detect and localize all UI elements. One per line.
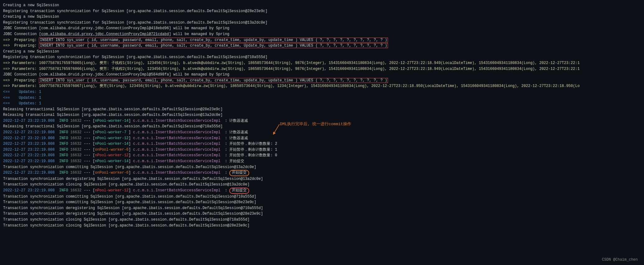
annotation-text: DML执行完毕后, 统一进行commit操作	[280, 121, 351, 127]
log-line: Releasing transactional SqlSession [org.…	[3, 107, 641, 112]
log-line: Transaction synchronization committing S…	[3, 194, 641, 200]
log-line: JDBC Connection [com.alibaba.druid.proxy…	[3, 72, 641, 78]
log-line: 2022-12-27 23:22:19.008 INFO 16632 --- […	[3, 188, 641, 194]
log-line: <== Updates: 1	[3, 89, 641, 95]
log-line: ==> Preparing: INSERT INTO sys_user ( id…	[3, 37, 641, 43]
log-line: Creating a new SqlSession	[3, 49, 641, 55]
log-line: 2022-12-27 23:22:19.008 INFO 16632 --- […	[3, 141, 641, 147]
log-line: Registering transaction synchronization …	[3, 8, 641, 14]
log-line: Transaction synchronization closing SqlS…	[3, 182, 641, 188]
log-line: ==> Parameters: 1607758781765976066(Long…	[3, 66, 641, 72]
log-line: ==> Preparing: INSERT INTO sys_user ( id…	[3, 43, 641, 49]
log-line: 2022-12-27 23:22:19.008 INFO 16632 --- […	[3, 135, 641, 141]
log-line: Transaction synchronization committing S…	[3, 164, 641, 170]
log-line: Transaction synchronization deregisterin…	[3, 205, 641, 211]
log-line: Registering transaction synchronization …	[3, 54, 641, 60]
log-line: <== Updates: 1	[3, 101, 641, 107]
svg-line-0	[274, 124, 279, 134]
log-line: Transaction synchronization deregisterin…	[3, 176, 641, 182]
log-line: Releasing transactional SqlSession [org.…	[3, 112, 641, 118]
log-line: Registering transaction synchronization …	[3, 20, 641, 26]
log-line: JDBC Connection [com.alibaba.druid.proxy…	[3, 31, 641, 37]
log-line: 2022-12-27 23:22:19.008 INFO 16632 --- […	[3, 153, 641, 158]
log-line: Creating a new SqlSession	[3, 14, 641, 20]
watermark: CSDN @Chaim_chen	[602, 258, 638, 262]
log-line: Transaction synchronization closing SqlS…	[3, 223, 641, 229]
log-line: ==> Preparing: INSERT INTO sys_user ( id…	[3, 78, 641, 84]
log-line: 2022-12-27 23:22:19.008 INFO 16632 --- […	[3, 147, 641, 153]
log-line: Transaction synchronization committing S…	[3, 199, 641, 205]
log-line: Creating a new SqlSession	[3, 2, 641, 8]
annotation-arrow	[271, 123, 280, 135]
console-output: Creating a new SqlSession Registering tr…	[0, 0, 644, 265]
log-line: JDBC Connection [com.alibaba.druid.proxy…	[3, 25, 641, 31]
log-line: Transaction synchronization closing SqlS…	[3, 217, 641, 223]
log-line: ==> Parameters: 1607758781765976067(Long…	[3, 83, 641, 89]
log-line: 2022-12-27 23:22:19.008 INFO 16632 --- […	[3, 158, 641, 164]
log-line: Transaction synchronization deregisterin…	[3, 211, 641, 217]
log-line: 2022-12-27 23:22:19.008 INFO 16632 --- […	[3, 170, 641, 176]
log-line: ==> Parameters: 1607758781765976065(Long…	[3, 60, 641, 66]
log-line: <== Updates: 1	[3, 95, 641, 101]
log-line: 2022-12-27 23:22:19.008 INFO 16632 --- […	[3, 130, 641, 135]
